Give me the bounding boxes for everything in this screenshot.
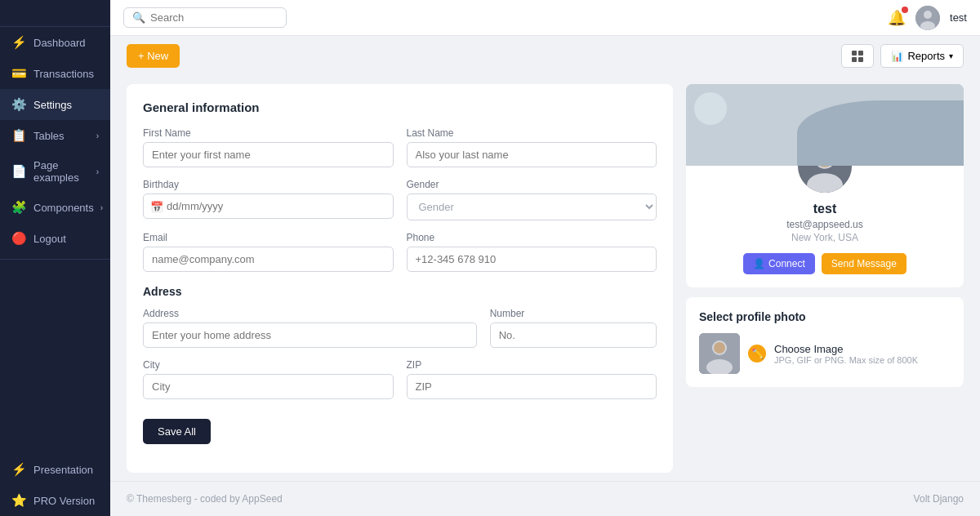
reports-label: Reports [907, 50, 945, 62]
birthday-input[interactable] [143, 194, 394, 219]
photo-text: Choose Image JPG, GIF or PNG. Max size o… [774, 343, 951, 365]
footer-right: Volt Django [914, 493, 964, 505]
user-avatar[interactable] [915, 6, 940, 30]
birthday-group: Birthday 📅 [143, 179, 394, 220]
topbar-right: 🔔 test [888, 6, 967, 30]
user-plus-icon: 👤 [753, 258, 765, 269]
sidebar-item-label: Logout [33, 233, 66, 245]
transactions-icon: 💳 [11, 66, 27, 81]
address-section-title: Adress [143, 285, 657, 298]
sidebar-item-label: Dashboard [33, 37, 86, 49]
new-button[interactable]: + New [127, 44, 180, 68]
sidebar-divider [0, 259, 110, 260]
header-actions: 📊 Reports ▾ [841, 44, 964, 68]
sidebar-item-presentation[interactable]: ⚡ Presentation [0, 454, 110, 485]
chevron-right-icon: › [100, 203, 103, 212]
search-area: 🔍 [123, 7, 287, 28]
last-name-group: Last Name [407, 127, 657, 167]
sidebar: ⚡ Dashboard 💳 Transactions ⚙️ Settings 📋… [0, 0, 110, 516]
profile-actions: 👤 Connect Send Message [699, 253, 951, 274]
sidebar-item-tables[interactable]: 📋 Tables › [0, 120, 110, 151]
address-group: Address [143, 308, 477, 348]
send-message-button[interactable]: Send Message [822, 253, 906, 274]
tables-icon: 📋 [11, 128, 27, 143]
save-button[interactable]: Save All [143, 419, 211, 444]
profile-info-card: test test@appseed.us New York, USA 👤 Con… [686, 84, 964, 287]
calendar-icon: 📅 [150, 200, 163, 212]
profile-details: test test@appseed.us New York, USA 👤 Con… [686, 202, 964, 287]
city-zip-row: City ZIP [143, 359, 657, 399]
grid-icon [852, 51, 863, 62]
page-examples-icon: 📄 [11, 164, 27, 179]
address-input[interactable] [143, 322, 477, 348]
address-label: Address [143, 308, 477, 319]
gender-group: Gender Gender Male Female Other [407, 179, 657, 220]
photo-edit-wrap: ✏️ [748, 345, 766, 363]
connect-button[interactable]: 👤 Connect [743, 253, 815, 274]
general-info-title: General information [143, 100, 657, 114]
number-input[interactable] [490, 322, 657, 348]
email-input[interactable] [143, 247, 394, 272]
dashboard-icon: ⚡ [11, 35, 27, 50]
first-name-group: First Name [143, 127, 394, 167]
profile-location: New York, USA [699, 232, 951, 243]
email-group: Email [143, 232, 394, 272]
connect-label: Connect [768, 258, 805, 269]
chevron-right-icon: › [96, 167, 99, 176]
photo-section-title: Select profile photo [699, 310, 951, 323]
phone-group: Phone [407, 232, 657, 272]
address-section: Adress Address Number City [143, 285, 657, 444]
name-row: First Name Last Name [143, 127, 657, 167]
sidebar-item-logout[interactable]: 🔴 Logout [0, 223, 110, 254]
sidebar-header [0, 0, 110, 27]
sidebar-item-page-examples[interactable]: 📄 Page examples › [0, 151, 110, 192]
search-input[interactable] [150, 11, 265, 24]
birthday-label: Birthday [143, 179, 394, 190]
sidebar-item-label: Presentation [33, 464, 93, 476]
profile-name: test [699, 202, 951, 216]
email-phone-row: Email Phone [143, 232, 657, 272]
sidebar-item-settings[interactable]: ⚙️ Settings [0, 89, 110, 120]
sidebar-item-label: Page examples [33, 159, 90, 184]
username-label: test [950, 11, 967, 24]
sidebar-item-transactions[interactable]: 💳 Transactions [0, 58, 110, 89]
notification-button[interactable]: 🔔 [888, 9, 906, 27]
address-number-row: Address Number [143, 308, 657, 348]
sidebar-item-components[interactable]: 🧩 Components › [0, 192, 110, 223]
number-group: Number [490, 308, 657, 348]
edit-icon: ✏️ [748, 345, 766, 363]
sidebar-item-dashboard[interactable]: ⚡ Dashboard [0, 27, 110, 58]
zip-input[interactable] [407, 374, 657, 399]
reports-button[interactable]: 📊 Reports ▾ [880, 44, 964, 68]
phone-input[interactable] [407, 247, 657, 272]
grid-view-button[interactable] [841, 44, 874, 68]
sidebar-item-label: Tables [33, 130, 65, 142]
profile-email: test@appseed.us [699, 219, 951, 230]
city-group: City [143, 359, 394, 399]
choose-image-label: Choose Image [774, 343, 951, 355]
zip-label: ZIP [407, 359, 657, 371]
sidebar-item-label: Transactions [33, 68, 94, 80]
city-input[interactable] [143, 374, 394, 399]
chevron-right-icon: › [96, 131, 99, 140]
gender-label: Gender [407, 179, 657, 190]
content-body: General information First Name Last Name… [110, 76, 980, 481]
search-wrapper: 🔍 [123, 7, 287, 28]
last-name-label: Last Name [407, 127, 657, 139]
chevron-down-icon: ▾ [949, 51, 953, 60]
photo-row: ✏️ Choose Image JPG, GIF or PNG. Max siz… [699, 333, 951, 374]
zip-group: ZIP [407, 359, 657, 399]
photo-thumbnail [699, 333, 740, 374]
logout-icon: 🔴 [11, 231, 27, 246]
gender-select[interactable]: Gender Male Female Other [407, 194, 657, 220]
footer: © Themesberg - coded by AppSeed Volt Dja… [110, 481, 980, 516]
photo-card: Select profile photo ✏️ Ch [686, 297, 964, 387]
main-area: 🔍 🔔 test + New [110, 0, 980, 516]
first-name-input[interactable] [143, 142, 394, 167]
settings-icon: ⚙️ [11, 97, 27, 112]
last-name-input[interactable] [407, 142, 657, 167]
topbar: 🔍 🔔 test [110, 0, 980, 36]
email-label: Email [143, 232, 394, 243]
presentation-icon: ⚡ [11, 462, 27, 477]
sidebar-item-pro-version[interactable]: ⭐ PRO Version [0, 485, 110, 516]
